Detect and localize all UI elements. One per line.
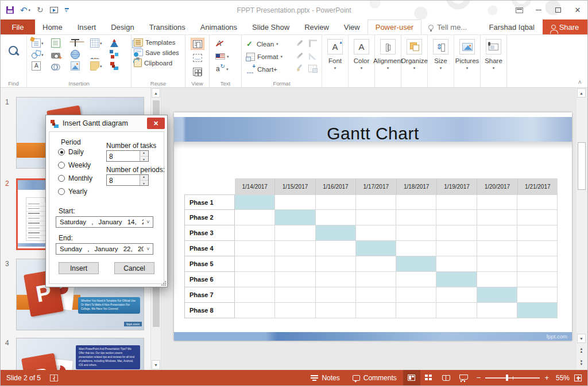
collapse-ribbon-icon[interactable]: ˄ bbox=[578, 79, 582, 85]
hyperlink-button[interactable] bbox=[51, 61, 68, 71]
font-button[interactable]: AFont▾ bbox=[322, 35, 349, 87]
tab-view[interactable]: View bbox=[336, 20, 368, 34]
tab-file[interactable]: File bbox=[1, 20, 35, 34]
previous-slide-icon[interactable]: ▲▲ bbox=[577, 348, 586, 355]
next-slide-icon[interactable]: ▼▼ bbox=[577, 360, 586, 368]
customize-qat-button[interactable] bbox=[64, 7, 70, 13]
maximize-button[interactable] bbox=[548, 1, 568, 20]
tab-home[interactable]: Home bbox=[35, 20, 70, 34]
tab-transitions[interactable]: Transitions bbox=[142, 20, 193, 34]
radio-button-icon[interactable] bbox=[58, 175, 65, 182]
close-button[interactable]: ✕ bbox=[568, 1, 587, 20]
bar-chart-button[interactable] bbox=[90, 50, 107, 59]
slide-title-text[interactable]: Gantt Chart bbox=[174, 124, 572, 143]
table-format-button[interactable] bbox=[308, 64, 317, 75]
periods-spinner[interactable]: 8 bbox=[106, 174, 149, 186]
picture-button[interactable] bbox=[71, 61, 87, 71]
radio-button-icon[interactable] bbox=[58, 188, 65, 195]
tab-animations[interactable]: Animations bbox=[193, 20, 245, 34]
tab-insert[interactable]: Insert bbox=[70, 20, 104, 34]
ribbon-display-options-button[interactable] bbox=[509, 1, 529, 20]
camera-plus-button[interactable] bbox=[51, 51, 68, 59]
scroll-up-icon[interactable]: ▲ bbox=[577, 88, 586, 98]
brand-logo-button[interactable] bbox=[110, 61, 126, 71]
radio-yearly[interactable]: Yearly bbox=[58, 188, 87, 196]
minimize-button[interactable] bbox=[529, 1, 548, 20]
tab-slide-show[interactable]: Slide Show bbox=[245, 20, 297, 34]
insert-button[interactable]: Insert bbox=[59, 262, 99, 274]
table-button[interactable]: ▾ bbox=[90, 38, 107, 48]
share-button[interactable]: Share▾ bbox=[481, 35, 507, 87]
organize-button[interactable]: Organize▾ bbox=[401, 35, 428, 87]
dialog-close-button[interactable]: ✕ bbox=[147, 118, 165, 129]
balance-button[interactable] bbox=[71, 38, 87, 48]
view-layout-button[interactable] bbox=[191, 38, 204, 50]
slide-canvas[interactable]: Gantt Chart 1/14/20171/15/20171/16/20171… bbox=[174, 112, 572, 341]
user-account[interactable]: Farshad Iqbal bbox=[481, 20, 543, 34]
clean-button[interactable]: Clean bbox=[246, 40, 274, 48]
slide-thumbnail-4[interactable]: PWant PowerPoint And Presentation Tips? … bbox=[16, 338, 144, 370]
redo-button[interactable]: ↻ bbox=[37, 6, 44, 14]
radio-weekly[interactable]: Weekly bbox=[58, 161, 91, 169]
globe-button[interactable] bbox=[71, 50, 87, 59]
chevron-down-icon[interactable]: ˅ bbox=[144, 244, 153, 254]
view-sorter-button[interactable] bbox=[420, 370, 438, 385]
zoom-slider[interactable] bbox=[485, 377, 540, 379]
notes-button[interactable]: Notes bbox=[304, 370, 346, 385]
start-date-combobox[interactable]: Saturday , January 14, 2017 ˅ bbox=[56, 216, 153, 228]
templates-button[interactable]: Templates bbox=[134, 38, 183, 46]
eyedropper-button[interactable] bbox=[296, 52, 304, 62]
view-slideshow-button[interactable] bbox=[455, 370, 472, 385]
size-button[interactable]: Size▾ bbox=[428, 35, 454, 87]
spellcheck-icon[interactable] bbox=[50, 375, 58, 381]
tasks-spinner[interactable]: 8 bbox=[106, 150, 149, 162]
format-button[interactable]: Format bbox=[246, 53, 278, 61]
text-box-button[interactable] bbox=[32, 61, 48, 71]
scroll-down-icon[interactable]: ▼ bbox=[152, 360, 160, 369]
fit-slide-button[interactable] bbox=[573, 370, 587, 385]
scroll-down-icon[interactable]: ▼ bbox=[577, 334, 586, 343]
zoom-out-button[interactable]: − bbox=[477, 374, 481, 381]
new-slide-button[interactable]: ▾ bbox=[32, 38, 48, 48]
sticky-note-button[interactable]: ▾ bbox=[90, 61, 107, 71]
view-normal-button[interactable] bbox=[403, 370, 420, 385]
eyedropper-button[interactable] bbox=[296, 39, 304, 49]
ruler-corner-button[interactable] bbox=[309, 39, 317, 49]
zoom-in-button[interactable]: + bbox=[544, 374, 549, 381]
smartart-button[interactable] bbox=[110, 50, 126, 59]
pictures-button[interactable]: Pictures▾ bbox=[454, 35, 481, 87]
comments-button[interactable]: Comments bbox=[346, 370, 403, 385]
view-grid-button[interactable] bbox=[191, 65, 204, 77]
radio-monthly[interactable]: Monthly bbox=[58, 174, 92, 182]
pyramid-button[interactable] bbox=[110, 38, 126, 48]
alignment-button[interactable]: Alignment▾ bbox=[375, 35, 401, 87]
duplicate-slide-button[interactable] bbox=[51, 38, 68, 48]
radio-daily[interactable]: Daily bbox=[58, 148, 84, 156]
slide-indicator[interactable]: Slide 2 of 5 bbox=[6, 374, 41, 382]
tab-design[interactable]: Design bbox=[103, 20, 141, 34]
slide-title-banner[interactable]: Gantt Chart bbox=[174, 117, 572, 142]
paint-brush-button[interactable] bbox=[296, 64, 304, 75]
main-scrollbar[interactable]: ▲ ▼ ▲▲ ▼▼ bbox=[577, 88, 587, 370]
share-button[interactable]: Share bbox=[543, 20, 587, 34]
scroll-up-icon[interactable]: ▲ bbox=[152, 88, 160, 98]
view-reading-button[interactable] bbox=[438, 370, 455, 385]
clipboard-button[interactable]: Clipboard bbox=[134, 59, 183, 67]
search-icon[interactable] bbox=[7, 45, 20, 58]
translate-button[interactable]: ▾ bbox=[212, 64, 229, 74]
zoom-slider-thumb[interactable] bbox=[506, 375, 508, 381]
undo-button[interactable]: ↶▾ bbox=[20, 6, 30, 14]
chevron-down-icon[interactable]: ˅ bbox=[144, 217, 153, 227]
start-slideshow-button[interactable] bbox=[50, 7, 58, 13]
set-square-button[interactable] bbox=[309, 52, 317, 62]
end-date-combobox[interactable]: Sunday , January 22, 2017 ˅ bbox=[56, 243, 153, 255]
tell-me-box[interactable]: Tell me... bbox=[421, 20, 474, 34]
radio-button-icon[interactable] bbox=[58, 149, 65, 155]
tab-review[interactable]: Review bbox=[297, 20, 336, 34]
scrollbar-thumb[interactable] bbox=[578, 142, 586, 190]
save-button[interactable] bbox=[6, 6, 14, 14]
us-flag-button[interactable]: ▾ bbox=[212, 51, 229, 61]
zoom-percentage[interactable]: 55% bbox=[554, 374, 573, 382]
gantt-table[interactable]: 1/14/20171/15/20171/16/20171/17/20171/18… bbox=[184, 178, 558, 318]
radio-button-icon[interactable] bbox=[58, 162, 65, 169]
